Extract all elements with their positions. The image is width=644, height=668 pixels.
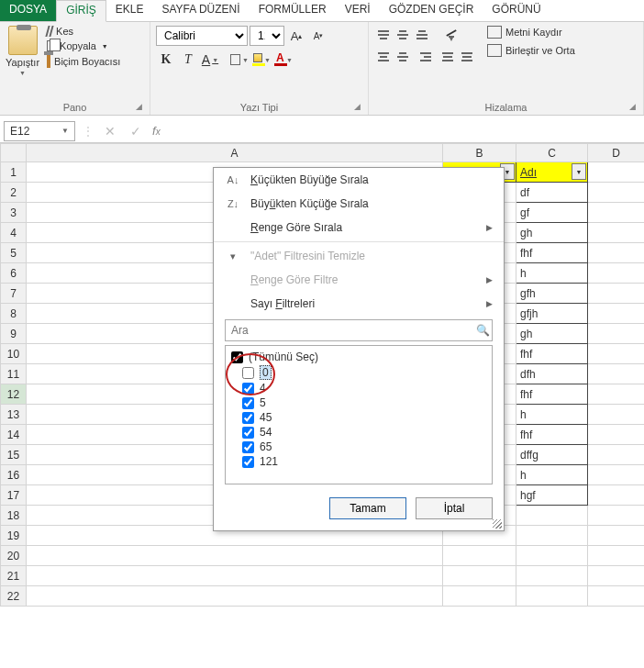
row-header[interactable]: 22 bbox=[1, 586, 27, 607]
col-header-a[interactable]: A bbox=[27, 144, 443, 162]
cell[interactable] bbox=[588, 445, 645, 465]
row-header[interactable]: 20 bbox=[1, 546, 27, 566]
cell[interactable] bbox=[588, 284, 645, 304]
filter-value-item[interactable]: 65 bbox=[229, 440, 488, 454]
cell[interactable]: gh bbox=[516, 223, 588, 243]
number-filters-item[interactable]: Sayı Filtreleri ▶ bbox=[214, 292, 504, 316]
cell[interactable] bbox=[516, 526, 588, 546]
filter-values-list[interactable]: (Tümünü Seç) 045455465121 bbox=[225, 345, 493, 484]
underline-button[interactable]: A▼ bbox=[200, 50, 220, 70]
cell[interactable] bbox=[588, 183, 645, 203]
row-header[interactable]: 14 bbox=[1, 425, 27, 445]
row-header[interactable]: 9 bbox=[1, 324, 27, 344]
fx-icon[interactable]: fx bbox=[152, 124, 161, 138]
cell[interactable] bbox=[588, 566, 645, 586]
cell[interactable] bbox=[27, 586, 443, 607]
row-header[interactable]: 16 bbox=[1, 465, 27, 485]
cell[interactable]: gfh bbox=[516, 284, 588, 304]
increase-font-button[interactable]: A▴ bbox=[286, 26, 306, 46]
cell[interactable] bbox=[588, 506, 645, 526]
borders-button[interactable]: ▼ bbox=[229, 50, 250, 70]
align-left-button[interactable] bbox=[374, 48, 393, 66]
merge-center-button[interactable]: Birleştir ve Orta bbox=[487, 44, 575, 57]
cell[interactable]: dffg bbox=[516, 445, 588, 465]
copy-button[interactable]: Kopyala▼ bbox=[47, 40, 120, 51]
cell[interactable] bbox=[443, 586, 516, 607]
cell[interactable] bbox=[588, 324, 645, 344]
cell[interactable] bbox=[588, 546, 645, 566]
cell[interactable] bbox=[588, 243, 645, 263]
filter-value-item[interactable]: 45 bbox=[229, 410, 488, 425]
filter-value-item[interactable]: 4 bbox=[229, 381, 488, 395]
increase-indent-button[interactable] bbox=[458, 48, 476, 66]
filter-value-item[interactable]: 5 bbox=[229, 395, 488, 410]
filter-value-item[interactable]: 0 bbox=[229, 364, 488, 381]
row-header[interactable]: 19 bbox=[1, 526, 27, 546]
tab-home[interactable]: GİRİŞ bbox=[56, 0, 106, 22]
tab-layout[interactable]: SAYFA DÜZENİ bbox=[152, 0, 249, 21]
font-color-button[interactable]: A▼ bbox=[273, 50, 294, 70]
sort-asc-item[interactable]: A↓ Küçükten Büyüğe Sırala bbox=[214, 168, 504, 192]
cell[interactable]: fhf bbox=[516, 425, 588, 445]
alignment-launcher[interactable]: ◢ bbox=[627, 102, 638, 113]
cell[interactable] bbox=[588, 465, 645, 485]
formula-bar[interactable] bbox=[168, 121, 640, 141]
decrease-indent-button[interactable] bbox=[439, 48, 457, 66]
clipboard-launcher[interactable]: ◢ bbox=[133, 102, 144, 113]
align-top-button[interactable] bbox=[374, 26, 393, 44]
cell[interactable] bbox=[588, 526, 645, 546]
row-header[interactable]: 7 bbox=[1, 284, 27, 304]
tab-file[interactable]: DOSYA bbox=[0, 0, 56, 21]
cell[interactable]: gf bbox=[516, 203, 588, 223]
align-middle-button[interactable] bbox=[394, 26, 412, 44]
align-center-button[interactable] bbox=[394, 48, 412, 66]
bold-button[interactable]: K bbox=[156, 50, 176, 70]
row-header[interactable]: 12 bbox=[1, 384, 27, 405]
filter-select-all[interactable]: (Tümünü Seç) bbox=[229, 350, 488, 364]
cell[interactable]: h bbox=[516, 405, 588, 425]
row-header[interactable]: 6 bbox=[1, 263, 27, 284]
row-header[interactable]: 1 bbox=[1, 162, 27, 183]
row-header[interactable]: 4 bbox=[1, 223, 27, 243]
select-all-corner[interactable] bbox=[1, 144, 27, 162]
cell[interactable] bbox=[588, 223, 645, 243]
italic-button[interactable]: T bbox=[178, 50, 198, 70]
row-header[interactable]: 15 bbox=[1, 445, 27, 465]
paste-icon[interactable] bbox=[8, 26, 38, 55]
resize-grip[interactable] bbox=[493, 519, 502, 529]
row-header[interactable]: 10 bbox=[1, 344, 27, 364]
font-launcher[interactable]: ◢ bbox=[351, 102, 362, 113]
filter-button[interactable]: ▼ bbox=[572, 163, 586, 180]
orientation-button[interactable]: ▼ bbox=[442, 26, 461, 44]
cell[interactable]: fhf bbox=[516, 243, 588, 263]
filter-ok-button[interactable]: Tamam bbox=[329, 497, 406, 519]
row-header[interactable]: 13 bbox=[1, 405, 27, 425]
tab-review[interactable]: GÖZDEN GEÇİR bbox=[380, 0, 483, 21]
cell[interactable] bbox=[588, 586, 645, 607]
row-header[interactable]: 5 bbox=[1, 243, 27, 263]
cell[interactable] bbox=[27, 546, 443, 566]
cell[interactable]: dfh bbox=[516, 364, 588, 384]
row-header[interactable]: 8 bbox=[1, 304, 27, 324]
cell[interactable] bbox=[588, 384, 645, 405]
row-header[interactable]: 3 bbox=[1, 203, 27, 223]
filter-value-item[interactable]: 54 bbox=[229, 425, 488, 440]
cell[interactable]: fhf bbox=[516, 344, 588, 364]
fill-color-button[interactable]: ▼ bbox=[251, 50, 272, 70]
font-size-select[interactable]: 11 bbox=[250, 26, 284, 46]
cell[interactable] bbox=[443, 566, 516, 586]
col-header-b[interactable]: B bbox=[443, 144, 516, 162]
sort-desc-item[interactable]: Z↓ Büyükten Küçüğe Sırala bbox=[214, 192, 504, 216]
cell[interactable]: gh bbox=[516, 324, 588, 344]
name-box[interactable]: E12▼ bbox=[4, 121, 75, 141]
cell[interactable] bbox=[516, 546, 588, 566]
filter-cancel-button[interactable]: İptal bbox=[416, 497, 493, 519]
cell[interactable] bbox=[516, 506, 588, 526]
tab-data[interactable]: VERİ bbox=[336, 0, 380, 21]
row-header[interactable]: 18 bbox=[1, 506, 27, 526]
align-bottom-button[interactable] bbox=[413, 26, 431, 44]
sort-by-color-item[interactable]: Renge Göre Sırala ▶ bbox=[214, 216, 504, 239]
tab-insert[interactable]: EKLE bbox=[106, 0, 153, 21]
cell[interactable] bbox=[588, 162, 645, 183]
wrap-text-button[interactable]: Metni Kaydır bbox=[487, 26, 575, 39]
